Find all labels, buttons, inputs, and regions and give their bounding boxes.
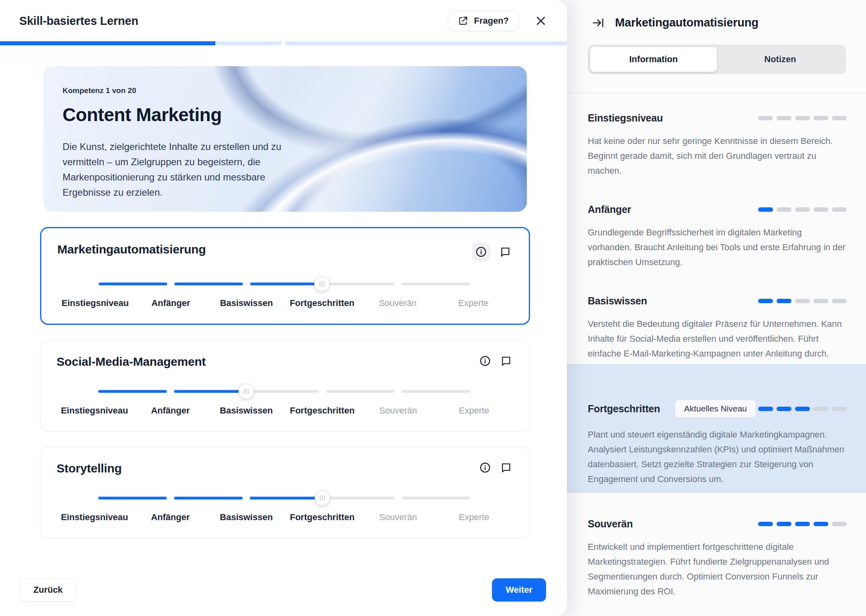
level-title: Basiswissen: [588, 295, 647, 307]
level-pills: [758, 116, 847, 120]
scale-label: Einstiegsniveau: [57, 405, 132, 416]
detail-tabs: Information Notizen: [588, 45, 846, 74]
detail-panel-header: Marketingautomatisierung: [567, 0, 866, 29]
skill-card-social-media-management: Social-Media-Management: [40, 340, 530, 432]
slider-segment: [250, 390, 318, 393]
scale-label: Einstiegsniveau: [57, 298, 133, 308]
level-title: Souverän: [588, 518, 633, 530]
scale-label: Experte: [435, 298, 511, 308]
level-descriptions: Einstiegsniveau Hat keine oder nur sehr …: [567, 93, 866, 616]
competence-hero-card: Kompetenz 1 von 20 Content Marketing Die…: [43, 66, 527, 212]
tab-information[interactable]: Information: [590, 47, 717, 72]
scale-label: Experte: [436, 405, 512, 416]
skill-level-slider[interactable]: [57, 489, 512, 507]
questions-button[interactable]: Fragen?: [448, 10, 519, 31]
competence-counter: Kompetenz 1 von 20: [63, 86, 508, 95]
skill-name: Marketingautomatisierung: [57, 243, 206, 256]
level-title: Einstiegsniveau: [588, 112, 663, 124]
scale-label: Einstiegsniveau: [57, 512, 132, 523]
comment-icon: [500, 462, 512, 474]
slider-segment: [99, 283, 167, 286]
skill-name: Social-Media-Management: [57, 355, 206, 369]
level-pills: [758, 407, 847, 411]
competence-description: Die Kunst, zielgerichtete Inhalte zu ers…: [63, 139, 299, 200]
next-button[interactable]: Weiter: [492, 578, 546, 602]
slider-segment: [401, 283, 470, 286]
level-title: Anfänger: [588, 204, 631, 215]
competence-title: Content Marketing: [63, 104, 508, 126]
slider-segment: [174, 283, 243, 286]
scale-label: Experte: [436, 512, 512, 523]
skill-level-slider[interactable]: [57, 382, 512, 401]
comment-button[interactable]: [499, 246, 511, 258]
comment-icon: [499, 246, 511, 258]
current-level-badge: Aktuelles Niveau: [675, 400, 755, 417]
slider-segment: [326, 283, 394, 286]
slider-segment: [98, 497, 167, 500]
scale-label: Fortgeschritten: [284, 512, 360, 523]
level-section-anfaenger: Anfänger Grundlegende Begriffssicherheit…: [588, 204, 847, 270]
topbar: Skill-basiertes Lernen Fragen?: [0, 0, 567, 32]
questions-button-label: Fragen?: [474, 16, 509, 26]
app: Marketingautomatisierung Information Not…: [0, 0, 866, 616]
scale-label: Anfänger: [132, 405, 208, 416]
comment-icon: [500, 355, 512, 367]
collapse-right-icon[interactable]: [592, 16, 605, 29]
slider-segment: [174, 390, 243, 393]
level-section-einstiegsniveau: Einstiegsniveau Hat keine oder nur sehr …: [588, 112, 847, 178]
external-link-icon: [458, 16, 468, 26]
slider-segment: [174, 497, 243, 500]
detail-panel-title: Marketingautomatisierung: [615, 16, 759, 29]
scale-label: Basiswissen: [208, 298, 284, 308]
slider-segment: [326, 497, 395, 500]
progress-segment-2: [285, 41, 567, 45]
close-button[interactable]: [532, 12, 549, 29]
progress-fill: [0, 41, 215, 45]
scale-label: Anfänger: [133, 298, 209, 308]
slider-scale: Einstiegsniveau Anfänger Basiswissen For…: [57, 405, 512, 416]
level-pills: [758, 299, 847, 303]
slider-segment: [402, 497, 470, 500]
assessment-sheet: Skill-basiertes Lernen Fragen?: [0, 0, 567, 616]
skill-level-slider[interactable]: [57, 275, 511, 293]
scale-label: Souverän: [360, 512, 436, 523]
level-section-fortgeschritten: Fortgeschritten Aktuelles Niveau Plant u…: [567, 364, 866, 492]
page-title: Skill-basiertes Lernen: [19, 14, 138, 28]
info-button[interactable]: [472, 243, 490, 261]
detail-panel: Marketingautomatisierung Information Not…: [567, 0, 866, 616]
info-button[interactable]: [479, 462, 491, 474]
level-pills: [758, 522, 847, 526]
skill-name: Storytelling: [57, 462, 122, 475]
level-title: Fortgeschritten: [588, 403, 660, 415]
slider-handle[interactable]: [239, 384, 254, 399]
level-section-basiswissen: Basiswissen Versteht die Bedeutung digit…: [588, 295, 847, 361]
slider-segment: [98, 390, 167, 393]
tab-notizen[interactable]: Notizen: [717, 47, 844, 72]
slider-scale: Einstiegsniveau Anfänger Basiswissen For…: [57, 298, 511, 308]
comment-button[interactable]: [500, 462, 512, 474]
back-button[interactable]: Zurück: [19, 578, 77, 602]
progress-segment-1: [0, 41, 281, 45]
skill-card-storytelling: Storytelling: [40, 447, 530, 538]
comment-button[interactable]: [500, 355, 512, 367]
level-description: Versteht die Bedeutung digitaler Präsenz…: [588, 316, 847, 361]
slider-handle[interactable]: [315, 490, 330, 506]
info-icon: [475, 246, 487, 258]
slider-segment: [402, 390, 470, 393]
scale-label: Souverän: [360, 298, 436, 308]
level-description: Grundlegende Begriffssicherheit im digit…: [588, 225, 847, 270]
level-description: Plant und steuert eigenständig digitale …: [588, 427, 847, 486]
info-button[interactable]: [479, 355, 491, 367]
scale-label: Fortgeschritten: [284, 405, 360, 416]
skill-card-marketingautomatisierung: Marketingautomatisierung: [40, 227, 530, 325]
slider-handle[interactable]: [314, 276, 330, 292]
slider-segment: [250, 497, 318, 500]
info-icon: [479, 355, 491, 367]
level-description: Hat keine oder nur sehr geringe Kenntnis…: [588, 134, 847, 178]
progress-bar: [0, 41, 567, 45]
scale-label: Souverän: [360, 405, 436, 416]
slider-scale: Einstiegsniveau Anfänger Basiswissen For…: [57, 512, 512, 523]
level-description: Entwickelt und implementiert fortgeschri…: [588, 539, 847, 599]
sheet-content: Kompetenz 1 von 20 Content Marketing Die…: [0, 45, 567, 538]
level-section-souveraen: Souverän Entwickelt und implementiert fo…: [588, 518, 847, 599]
